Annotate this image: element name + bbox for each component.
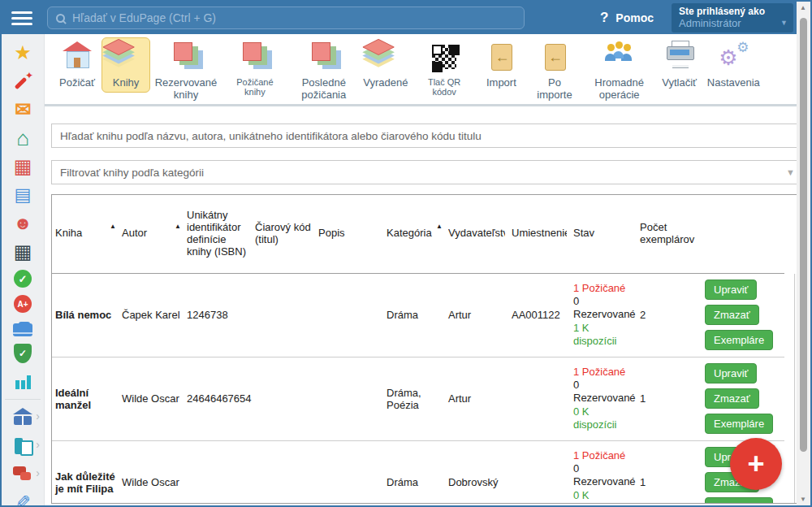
col-stav: Stav xyxy=(570,195,637,273)
sidebar: A+ xyxy=(2,34,45,505)
book-description xyxy=(315,357,383,440)
toolbar-item-rezervovan-knihy[interactable]: Rezervované knihy xyxy=(150,37,222,104)
book-description xyxy=(315,273,383,357)
status-available: 1 K dispozícii xyxy=(573,322,616,347)
sort-asc-icon[interactable]: ▲ xyxy=(175,223,181,230)
logged-in-as-label: Ste prihlásený ako xyxy=(679,6,779,17)
notebook-icon xyxy=(12,184,33,206)
add-book-fab[interactable]: + xyxy=(730,438,782,490)
help-button[interactable]: ? Pomoc xyxy=(600,10,654,26)
sidebar-item-notebook[interactable] xyxy=(6,184,39,206)
book-publisher: Dobrovský xyxy=(445,440,508,504)
status-borrowed: 1 Požičané xyxy=(573,282,625,294)
book-category: Dráma xyxy=(383,440,445,504)
edit-button[interactable]: Upraviť xyxy=(705,280,757,300)
book-title: Ideální manžel xyxy=(52,357,119,440)
book-status: 1 Požičané 0 Rezervované 1 K dispozícii xyxy=(570,273,637,357)
toolbar-item-tla-qr-k-dov[interactable]: Tlač QR kódov xyxy=(412,37,477,101)
book-barcode xyxy=(252,357,315,440)
sidebar-item-documents[interactable] xyxy=(6,436,39,457)
delete-button[interactable]: Zmazať xyxy=(705,388,759,409)
main-area: Požičať Knihy Rezervované knihy Požičané… xyxy=(45,34,810,505)
attendance-check-icon xyxy=(14,270,32,288)
sidebar-item-substitution-person[interactable] xyxy=(6,213,39,234)
sidebar-item-results-chart[interactable] xyxy=(6,370,39,392)
house-icon xyxy=(58,41,97,73)
logged-in-user-dropdown[interactable]: Ste prihlásený ako Administrátor ▼ xyxy=(672,3,793,32)
book-rows: Bílá nemoc Čapek Karel 1246738 Dráma Art… xyxy=(52,273,784,504)
content: Filtrovať knihy podľa kategórii ▼ Kniha▲ xyxy=(45,106,810,504)
toolbar-item-posledn-po-i-ania[interactable]: Posledné požičania xyxy=(288,37,360,104)
book-copy-count: 1 xyxy=(637,357,702,440)
substitution-person-icon xyxy=(12,213,33,234)
sidebar-item-home[interactable] xyxy=(6,128,39,149)
help-label: Pomoc xyxy=(615,11,654,24)
toolbar-item-po-i-an-knihy[interactable]: Požičané knihy xyxy=(222,37,288,101)
envelope-icon xyxy=(12,99,33,120)
scroll-up-icon[interactable]: ▲ xyxy=(800,4,806,11)
book-location xyxy=(508,357,570,440)
book-author: Čapek Karel xyxy=(119,273,184,357)
col-kniha: Kniha▲ xyxy=(52,195,119,273)
sidebar-item-library[interactable] xyxy=(6,407,39,428)
book-publisher: Artur xyxy=(445,357,508,440)
sidebar-divider xyxy=(5,399,41,400)
global-search-input[interactable]: Hľadať v EduPage (Ctrl + G) xyxy=(47,6,525,29)
book-row: Jak důležité je mít Filipa Wilde Oscar D… xyxy=(52,440,784,504)
people-icon xyxy=(600,41,639,73)
status-reserved: 0 Rezervované xyxy=(573,462,636,488)
scroll-down-icon[interactable]: ▼ xyxy=(800,496,806,503)
sidebar-item-timetable[interactable] xyxy=(6,156,39,177)
book-row: Bílá nemoc Čapek Karel 1246738 Dráma Art… xyxy=(52,273,784,357)
qr-icon xyxy=(432,45,456,69)
chevron-down-icon: ▼ xyxy=(780,19,788,27)
toolbar-item-vyraden-[interactable]: Vyradené xyxy=(360,37,412,93)
toolbar-item-import[interactable]: Import xyxy=(477,37,525,93)
grades-icon: A+ xyxy=(14,295,32,313)
copies-button[interactable]: Exempláre xyxy=(705,414,773,434)
results-chart-icon xyxy=(12,370,33,392)
book-status: 1 Požičané 0 Rezervované 0 K dispozícii xyxy=(570,440,637,504)
sidebar-item-envelope[interactable] xyxy=(6,99,39,120)
page-scrollbar[interactable]: ▲ ▼ xyxy=(797,2,810,505)
copies-button[interactable]: Exempláre xyxy=(705,497,773,504)
sidebar-item-messages[interactable] xyxy=(6,464,39,485)
toolbar-item-knihy[interactable]: Knihy xyxy=(102,37,150,93)
copies-button[interactable]: Exempláre xyxy=(705,330,773,350)
category-filter-placeholder: Filtrovať knihy podľa kategórii xyxy=(60,167,204,179)
toolbar-item-vytla-i-[interactable]: Vytlačiť xyxy=(655,37,704,93)
sidebar-item-signature-pen[interactable] xyxy=(6,492,39,505)
toolbar-item-po-i-a-[interactable]: Požičať xyxy=(53,37,102,93)
gears-icon xyxy=(714,41,753,73)
sidebar-item-grades[interactable]: A+ xyxy=(6,295,39,313)
sidebar-item-calendar-clock[interactable] xyxy=(6,241,39,262)
toolbar-item-po-importe[interactable]: Po importe xyxy=(525,37,583,104)
book-author: Wilde Oscar xyxy=(119,357,184,440)
hamburger-menu-icon[interactable] xyxy=(11,11,32,25)
book-author: Wilde Oscar xyxy=(119,440,184,504)
sidebar-item-shield-check[interactable] xyxy=(6,344,39,363)
sort-asc-icon[interactable]: ▲ xyxy=(436,223,443,230)
toolbar-item-nastavenia[interactable]: Nastavenia xyxy=(704,37,763,93)
toolbar-item-hromadn-oper-cie[interactable]: Hromadné operácie xyxy=(584,37,655,104)
col-ciarovy-kod: Čiarový kód (titul) xyxy=(252,195,315,273)
sidebar-item-star[interactable] xyxy=(6,42,39,63)
category-filter-select[interactable]: Filtrovať knihy podľa kategórii ▼ xyxy=(51,160,804,184)
sidebar-item-magic-wand[interactable] xyxy=(6,71,39,92)
edupage-window: Hľadať v EduPage (Ctrl + G) ? Pomoc Ste … xyxy=(0,0,812,507)
book-title: Bílá nemoc xyxy=(52,273,119,357)
delete-button[interactable]: Zmazať xyxy=(705,305,759,325)
import-icon xyxy=(535,41,574,73)
sort-asc-icon[interactable]: ▲ xyxy=(110,223,116,230)
briefcase-icon xyxy=(13,323,32,336)
book-category: Dráma xyxy=(383,273,445,357)
sidebar-item-attendance-check[interactable] xyxy=(6,270,39,288)
shield-check-icon xyxy=(14,344,32,363)
page-scrollbar-thumb[interactable] xyxy=(800,18,807,452)
book-copy-count: 2 xyxy=(637,273,702,357)
book-search-input[interactable] xyxy=(51,124,804,148)
sidebar-item-briefcase[interactable] xyxy=(6,320,39,336)
magic-wand-icon xyxy=(12,71,33,92)
edit-button[interactable]: Upraviť xyxy=(705,363,757,384)
stack-icon xyxy=(304,41,343,73)
